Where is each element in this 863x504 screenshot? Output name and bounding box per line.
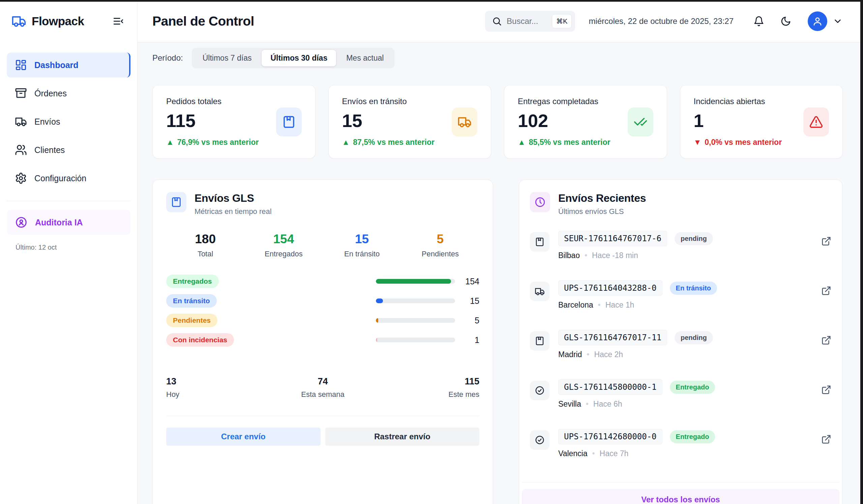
period-option-7d[interactable]: Últimos 7 días <box>194 50 261 66</box>
total-label: Este mes <box>375 390 479 399</box>
progress-bar-group: 5 <box>376 316 479 325</box>
total-hoy: 13 Hoy <box>166 376 271 399</box>
gls-divider <box>166 416 479 416</box>
separator-dot: • <box>598 300 601 310</box>
shipment-info: GLS-1761145800000-1 Entregado Sevilla • … <box>558 379 812 409</box>
kpi-delta: ▲ 76,9% vs mes anterior <box>166 138 302 147</box>
shipment-row[interactable]: UPS-1761164043288-0 En tránsito Barcelon… <box>530 280 831 310</box>
user-avatar[interactable] <box>808 11 827 31</box>
dark-mode-toggle[interactable] <box>778 13 793 29</box>
shipment-city: Sevilla <box>558 400 581 409</box>
status-badge: pending <box>675 232 713 245</box>
sidebar-item-clientes[interactable]: Clientes <box>7 138 130 163</box>
package-icon <box>530 232 550 252</box>
gls-progress-list: Entregados 154 En tránsito 15 <box>166 274 479 347</box>
ai-audit-icon <box>15 216 28 229</box>
user-icon <box>812 16 823 26</box>
progress-value: 1 <box>462 335 479 345</box>
gls-totals-row: 13 Hoy 74 Esta semana 115 Este mes <box>166 376 479 399</box>
sidebar: Flowpack Dashboard Órdenes Envíos Client… <box>0 0 138 504</box>
open-shipment-button[interactable] <box>821 236 831 248</box>
sidebar-item-auditoria-ia[interactable]: Auditoria IA <box>7 210 130 235</box>
sidebar-nav: Dashboard Órdenes Envíos Clientes Config… <box>0 42 137 191</box>
kpi-card-envios-transito: Envíos en tránsito 15 ▲ 87,5% vs mes ant… <box>328 85 491 159</box>
trend-up-icon: ▲ <box>166 138 174 147</box>
package-icon <box>282 115 296 129</box>
shipment-row[interactable]: SEUR-1761164767017-6 pending Bilbao • Ha… <box>530 231 831 260</box>
open-shipment-button[interactable] <box>821 385 831 396</box>
alert-triangle-icon <box>809 115 823 129</box>
sidebar-item-label: Auditoria IA <box>35 218 83 228</box>
period-option-month[interactable]: Mes actual <box>337 50 392 66</box>
incidents-icon-box <box>803 107 829 137</box>
sidebar-item-label: Dashboard <box>34 60 78 70</box>
kpi-label: Entregas completadas <box>518 97 653 106</box>
tracking-code: UPS-1761142680000-0 <box>558 429 662 444</box>
account-chevron-down-icon[interactable] <box>833 16 843 26</box>
period-option-30d[interactable]: Últimos 30 días <box>262 50 336 66</box>
stat-value: 5 <box>401 232 479 246</box>
stat-value: 154 <box>245 232 323 246</box>
stat-label: En tránsito <box>323 250 401 258</box>
datetime-text: miércoles, 22 de octubre de 2025, 23:27 <box>589 16 734 26</box>
progress-value: 15 <box>462 296 479 306</box>
gls-stat-transito: 15 En tránsito <box>323 232 401 258</box>
period-segmented-control: Últimos 7 días Últimos 30 días Mes actua… <box>192 48 395 68</box>
kpi-label: Pedidos totales <box>166 97 302 106</box>
kpi-row: Pedidos totales 115 ▲ 76,9% vs mes anter… <box>152 85 843 159</box>
external-link-icon <box>821 236 831 246</box>
sidebar-collapse-button[interactable] <box>112 14 125 28</box>
progress-track <box>376 298 455 303</box>
view-all-shipments-button[interactable]: Ver todos los envíos <box>522 489 839 504</box>
sidebar-item-label: Clientes <box>34 145 65 155</box>
external-link-icon <box>821 286 831 296</box>
create-shipment-button[interactable]: Crear envío <box>166 427 321 446</box>
status-badge: Con incidencias <box>166 333 234 347</box>
separator-dot: • <box>586 400 589 409</box>
sidebar-item-dashboard[interactable]: Dashboard <box>7 53 130 77</box>
truck-icon <box>530 282 550 301</box>
separator-dot: • <box>585 251 587 260</box>
status-badge: En tránsito <box>166 294 217 308</box>
progress-bar-group: 154 <box>376 276 479 286</box>
window-scrollbar[interactable] <box>860 0 863 504</box>
kpi-card-entregas-completadas: Entregas completadas 102 ▲ 85,5% vs mes … <box>504 85 667 159</box>
track-shipment-button[interactable]: Rastrear envío <box>325 427 480 446</box>
trend-up-icon: ▲ <box>518 138 526 147</box>
recent-subtitle: Últimos envíos GLS <box>558 207 646 216</box>
sidebar-item-configuracion[interactable]: Configuración <box>7 166 130 191</box>
package-icon <box>171 196 182 208</box>
bell-icon <box>753 16 764 27</box>
external-link-icon <box>821 385 831 395</box>
search-box[interactable]: ⌘K <box>485 11 575 32</box>
kpi-label: Envíos en tránsito <box>342 97 478 106</box>
open-shipment-button[interactable] <box>821 434 831 446</box>
brand[interactable]: Flowpack <box>11 14 84 29</box>
search-shortcut-kbd: ⌘K <box>552 14 572 28</box>
total-value: 115 <box>375 376 479 387</box>
check-circle-icon <box>530 430 550 450</box>
window-top-edge <box>0 0 863 2</box>
open-shipment-button[interactable] <box>821 335 831 347</box>
sidebar-item-envios[interactable]: Envíos <box>7 109 130 134</box>
truck-icon <box>15 116 27 128</box>
status-badge: pending <box>675 331 713 344</box>
search-input[interactable] <box>507 16 547 26</box>
notifications-button[interactable] <box>751 13 766 29</box>
shipment-row[interactable]: UPS-1761142680000-0 Entregado Valencia •… <box>530 429 831 458</box>
open-shipment-button[interactable] <box>821 286 831 297</box>
sidebar-item-ordenes[interactable]: Órdenes <box>7 81 130 106</box>
period-label: Período: <box>152 53 183 63</box>
shipment-row[interactable]: GLS-1761145800000-1 Entregado Sevilla • … <box>530 379 831 409</box>
shipment-time: Hace 2h <box>594 350 623 359</box>
trend-up-icon: ▲ <box>342 138 350 147</box>
kpi-delta-text: 0,0% vs mes anterior <box>704 138 782 147</box>
shipment-info: UPS-1761164043288-0 En tránsito Barcelon… <box>558 280 812 310</box>
recent-title: Envíos Recientes <box>558 192 646 205</box>
shipment-city: Valencia <box>558 449 588 458</box>
kpi-card-incidencias-abiertas: Incidencias abiertas 1 ▼ 0,0% vs mes ant… <box>680 85 843 159</box>
shipment-row[interactable]: GLS-1761164767017-11 pending Madrid • Ha… <box>530 330 831 359</box>
progress-fill <box>376 279 451 284</box>
total-label: Esta semana <box>271 390 375 399</box>
gls-icon-box <box>166 192 186 212</box>
